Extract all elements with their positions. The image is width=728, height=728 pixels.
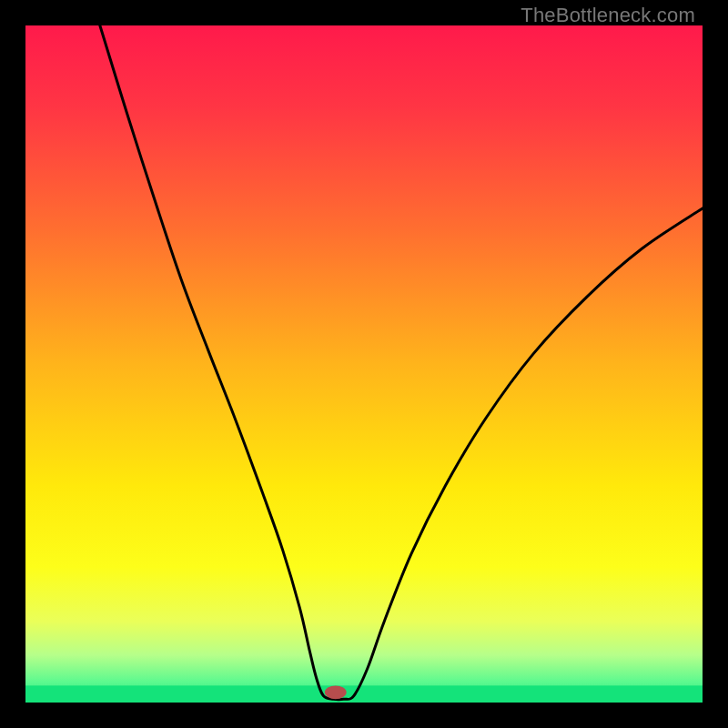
green-bottom-band <box>25 685 703 703</box>
chart-frame: TheBottleneck.com <box>0 0 728 728</box>
watermark-text: TheBottleneck.com <box>521 4 695 27</box>
bottleneck-curve-chart <box>25 25 703 703</box>
gradient-background <box>25 25 703 703</box>
optimum-marker <box>325 685 347 699</box>
plot-area <box>25 25 703 703</box>
